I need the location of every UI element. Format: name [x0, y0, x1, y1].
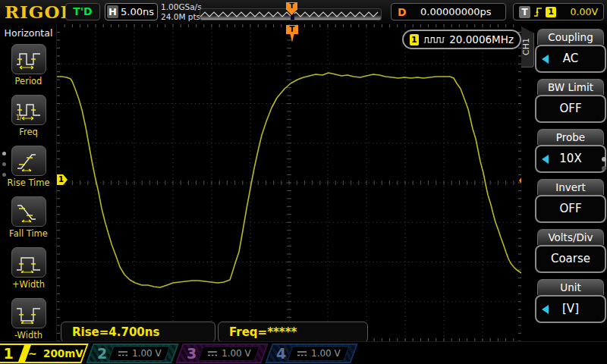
timebase-value: 5.00ns — [121, 6, 157, 17]
rigol-logo: RIGOL — [5, 2, 74, 22]
channel4-number: 4 — [276, 345, 286, 362]
channel1-waveform-trace — [57, 24, 521, 341]
channel1-scale: 200mV — [43, 347, 83, 359]
measurement-result-rise: Rise=4.700ns — [61, 322, 215, 343]
menu-item-volts-div: Volts/Div Coarse — [535, 229, 606, 273]
measure-item-freq[interactable]: 1/ Freq — [0, 95, 57, 137]
delay-label: D — [398, 6, 407, 18]
trigger-level-value: 0.00V — [559, 6, 598, 17]
dc-coupling-icon — [207, 350, 218, 357]
memory-depth: 24.0M pts — [161, 12, 202, 22]
measure-item-pwidth[interactable]: +Width — [0, 247, 57, 290]
top-status-bar: RIGOL T'D H 5.00ns 1.00GSa/s 24.0M pts T… — [0, 0, 607, 24]
menu-item-bw-limit: BW Limit OFF — [535, 79, 606, 123]
channel-status-bar: 1 ~ 200mV 2 1.00 V 3 1.00 V — [0, 341, 607, 364]
probe-value-button[interactable]: 10X — [535, 145, 606, 173]
channel-menu: CH1 Coupling AC BW Limit OFF Probe 10X I… — [521, 24, 607, 341]
menu-item-probe: Probe 10X — [535, 129, 606, 173]
measure-menu-title: Horizontal — [0, 27, 57, 39]
waveform-display-area — [57, 24, 521, 341]
channel3-indicator[interactable]: 3 1.00 V — [175, 344, 268, 363]
channel1-number: 1 — [0, 345, 21, 362]
menu-page-dot — [2, 152, 6, 155]
oscilloscope-screen: RIGOL T'D H 5.00ns 1.00GSa/s 24.0M pts T… — [0, 0, 607, 364]
menu-page-dot — [602, 166, 606, 171]
channel-menu-tab: CH1 — [521, 27, 534, 67]
unit-value-button[interactable]: [V] — [535, 295, 606, 323]
sample-rate: 1.00GSa/s — [161, 2, 202, 12]
trigger-status-badge: T'D — [65, 3, 100, 20]
svg-text:1/: 1/ — [16, 115, 22, 121]
period-icon — [16, 49, 42, 70]
acquisition-info: 1.00GSa/s 24.0M pts — [161, 2, 202, 22]
ac-coupling-icon: ~ — [28, 347, 37, 359]
channel3-number: 3 — [187, 345, 197, 362]
channel1-indicator[interactable]: 1 ~ 200mV — [0, 344, 89, 363]
rising-edge-icon — [533, 7, 543, 17]
menu-page-dot — [2, 162, 6, 166]
menu-item-invert: Invert OFF — [535, 179, 606, 223]
plus-width-icon — [16, 252, 42, 273]
channel4-indicator[interactable]: 4 1.00 V — [265, 344, 357, 363]
left-measure-menu: Horizontal Period 1/ Freq — [0, 24, 57, 341]
measurement-result-freq: Freq=***** — [218, 322, 368, 343]
left-arrow-icon — [542, 55, 549, 64]
horizontal-timebase-box[interactable]: H 5.00ns — [105, 3, 158, 20]
delay-box[interactable]: D 0.00000000ps — [391, 3, 506, 20]
freq-icon: 1/ — [16, 99, 42, 121]
menu-page-dot — [602, 157, 606, 162]
rise-time-icon — [16, 150, 42, 171]
measure-item-fall-time[interactable]: Fall Time — [0, 196, 57, 239]
channel4-scale: 1.00 V — [311, 348, 341, 359]
square-wave-icon — [423, 35, 445, 44]
trigger-box[interactable]: T 1 0.00V — [513, 3, 604, 20]
menu-item-unit: Unit [V] — [535, 279, 606, 323]
menu-item-coupling: Coupling AC — [535, 29, 606, 73]
menu-page-dot — [2, 173, 6, 177]
minus-width-icon — [16, 303, 42, 324]
left-arrow-icon — [542, 155, 549, 164]
channel3-scale: 1.00 V — [222, 348, 251, 359]
fall-time-icon — [16, 201, 42, 222]
counter-frequency-value: 20.0006MHz — [449, 33, 514, 46]
measure-item-nwidth[interactable]: -Width — [0, 298, 57, 340]
h-label: H — [107, 5, 118, 18]
trigger-source-badge: 1 — [546, 7, 556, 17]
coupling-value-button[interactable]: AC — [535, 45, 606, 73]
counter-source-badge: 1 — [410, 34, 419, 46]
invert-value-button[interactable]: OFF — [535, 195, 606, 223]
trigger-label: T — [519, 6, 530, 18]
channel2-scale: 1.00 V — [132, 348, 162, 359]
left-arrow-icon — [542, 305, 549, 314]
dc-coupling-icon — [297, 350, 307, 357]
frequency-counter-box: 1 20.0006MHz — [402, 30, 521, 49]
measure-item-period[interactable]: Period — [0, 44, 57, 86]
bw-limit-value-button[interactable]: OFF — [535, 95, 606, 123]
volts-div-value-button[interactable]: Coarse — [535, 245, 606, 273]
channel2-indicator[interactable]: 2 1.00 V — [86, 344, 178, 363]
dc-coupling-icon — [118, 350, 128, 357]
delay-value: 0.00000000ps — [407, 6, 505, 17]
measure-item-rise-time[interactable]: Rise Time — [0, 146, 57, 188]
channel2-number: 2 — [97, 345, 107, 362]
